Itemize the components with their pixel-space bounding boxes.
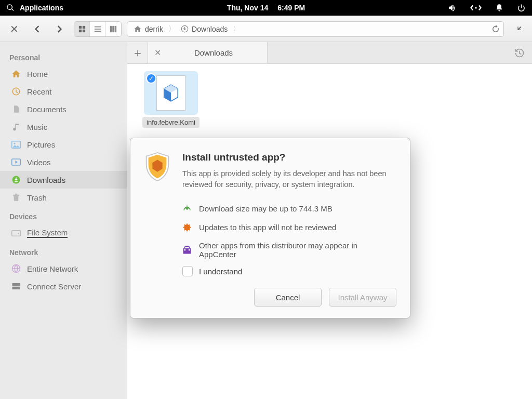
svg-rect-22 [184,249,185,251]
svg-rect-23 [189,249,190,251]
cancel-button-label: Cancel [276,293,300,302]
install-button-label: Install Anyway [338,293,387,302]
dialog-item-appcenter: Other apps from this distributor may app… [182,241,396,259]
cancel-button[interactable]: Cancel [254,288,322,307]
understand-checkbox-row[interactable]: I understand [182,266,396,276]
dialog-item-label: Updates to this app will not be reviewed [199,223,336,232]
updates-warning-icon [182,222,192,232]
dialog-item-label: Download size may be up to 744.3 MB [199,204,332,213]
dialog-title: Install untrusted app? [182,152,396,163]
appcenter-icon [182,245,192,255]
dialog-item-updates: Updates to this app will not be reviewed [182,222,396,232]
install-untrusted-dialog: Install untrusted app? This app is provi… [130,138,410,318]
modal-scrim: Install untrusted app? This app is provi… [0,0,532,399]
dialog-subtitle: This app is provided solely by its devel… [182,168,396,190]
dialog-item-download-size: Download size may be up to 744.3 MB [182,204,396,213]
dialog-item-label: Other apps from this distributor may app… [199,241,396,259]
shield-warning-icon [144,152,171,182]
download-size-icon [182,204,192,213]
understand-checkbox[interactable] [182,266,193,276]
understand-label: I understand [199,267,242,276]
install-anyway-button[interactable]: Install Anyway [329,288,396,307]
